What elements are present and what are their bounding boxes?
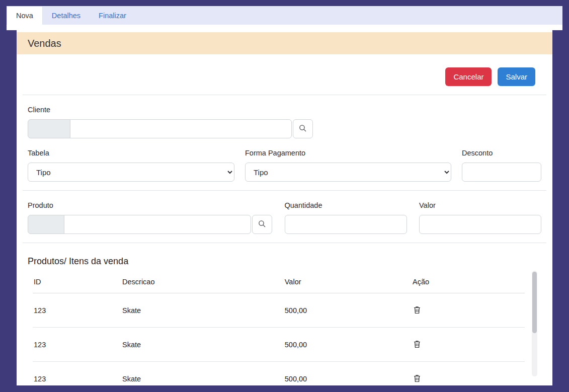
delete-item-button[interactable] <box>413 373 422 383</box>
divider <box>23 95 546 95</box>
page-title: Vendas <box>28 38 61 49</box>
cell-descricao: Skate <box>121 362 284 386</box>
cell-id: 123 <box>33 362 121 386</box>
tab-finalizar[interactable]: Finalizar <box>90 6 135 25</box>
cell-id: 123 <box>33 293 121 328</box>
cell-descricao: Skate <box>121 328 284 362</box>
cliente-label: Cliente <box>28 106 541 114</box>
quantidade-field-group: Quantidade <box>285 201 407 234</box>
valor-field[interactable] <box>419 215 541 234</box>
save-button[interactable]: Salvar <box>498 67 535 86</box>
produto-field-group: Produto <box>28 201 272 234</box>
trash-icon <box>414 342 421 350</box>
desconto-field-group: Desconto <box>462 149 541 182</box>
cell-valor: 500,00 <box>284 328 412 362</box>
divider <box>23 243 546 243</box>
column-header-descricao: Descricao <box>121 270 284 293</box>
tab-finalizar-label: Finalizar <box>99 12 126 20</box>
tabela-field-group: Tabela Tipo <box>28 149 234 182</box>
cell-valor: 500,00 <box>284 362 412 386</box>
delete-item-button[interactable] <box>413 339 422 349</box>
column-header-valor: Valor <box>284 270 412 293</box>
quantidade-field[interactable] <box>285 215 407 234</box>
divider <box>23 190 546 191</box>
produto-code-field[interactable] <box>28 215 64 234</box>
search-icon <box>258 220 266 229</box>
search-icon <box>299 124 307 134</box>
delete-item-button[interactable] <box>413 305 422 315</box>
valor-field-group: Valor <box>419 201 541 234</box>
trash-icon <box>414 308 421 316</box>
desconto-label: Desconto <box>462 149 541 157</box>
cell-descricao: Skate <box>121 293 284 328</box>
table-row: 123 Skate 500,00 <box>33 362 525 386</box>
table-row: 123 Skate 500,00 <box>33 293 525 328</box>
cliente-search-button[interactable] <box>293 119 313 138</box>
column-header-id: ID <box>33 270 121 293</box>
table-row: 123 Skate 500,00 <box>33 328 525 362</box>
tab-content-edge <box>7 25 562 30</box>
valor-label: Valor <box>419 201 541 209</box>
table-scrollbar[interactable] <box>532 271 537 376</box>
tab-detalhes-label: Detalhes <box>52 12 80 20</box>
produto-search-button[interactable] <box>252 215 272 234</box>
cliente-code-field[interactable] <box>28 119 70 138</box>
tab-nova-label: Nova <box>16 12 33 20</box>
items-table-wrap: ID Descricao Valor Ação 123 Skate 500,00 <box>33 270 525 385</box>
produto-input-group <box>28 215 272 234</box>
cliente-input-group <box>28 119 313 138</box>
produto-name-field[interactable] <box>64 215 251 234</box>
tab-detalhes[interactable]: Detalhes <box>43 6 90 25</box>
cliente-name-field[interactable] <box>70 119 292 138</box>
scrollbar-thumb[interactable] <box>532 272 537 333</box>
tab-bar: Nova Detalhes Finalizar <box>7 6 562 25</box>
tab-nova[interactable]: Nova <box>7 6 43 25</box>
tabela-label: Tabela <box>28 149 234 157</box>
forma-pagamento-select[interactable]: Tipo <box>245 163 451 182</box>
cell-valor: 500,00 <box>284 293 412 328</box>
produto-label: Produto <box>28 201 272 209</box>
table-header-row: ID Descricao Valor Ação <box>33 270 525 293</box>
forma-pagamento-label: Forma Pagamento <box>245 149 451 157</box>
desconto-field[interactable] <box>462 163 541 182</box>
column-header-acao: Ação <box>412 270 525 293</box>
trash-icon <box>414 376 421 384</box>
cliente-section: Cliente <box>17 106 552 138</box>
payment-row: Tabela Tipo Forma Pagamento Tipo Descont… <box>17 149 552 182</box>
form-actions: Cancelar Salvar <box>17 54 552 86</box>
vendas-card: Vendas Cancelar Salvar Cliente Tabela Ti… <box>17 30 552 385</box>
cell-id: 123 <box>33 328 121 362</box>
tabela-select[interactable]: Tipo <box>28 163 234 182</box>
product-row: Produto Quantidade Valor <box>17 201 552 234</box>
quantidade-label: Quantidade <box>285 201 407 209</box>
cancel-button[interactable]: Cancelar <box>445 67 492 86</box>
page-title-bar: Vendas <box>17 32 552 54</box>
items-table: ID Descricao Valor Ação 123 Skate 500,00 <box>33 270 525 385</box>
forma-pagamento-field-group: Forma Pagamento Tipo <box>245 149 451 182</box>
items-section-title: Produtos/ Itens da venda <box>17 256 552 267</box>
